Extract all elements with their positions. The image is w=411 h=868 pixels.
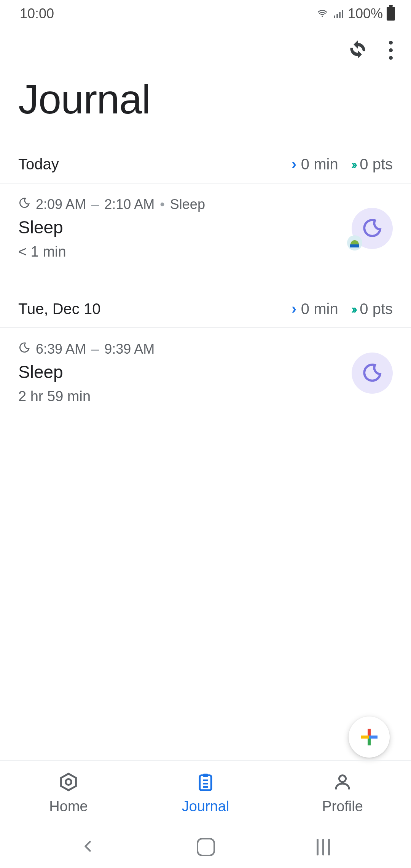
points-value: 0 pts xyxy=(360,156,393,173)
nav-home[interactable]: Home xyxy=(0,761,137,826)
plus-icon xyxy=(361,729,378,745)
entry-start-time: 2:09 AM xyxy=(36,196,86,212)
entry-time-row: 2:09 AM – 2:10 AM • Sleep xyxy=(18,196,205,212)
wifi-icon xyxy=(316,8,329,19)
entry-details: 6:39 AM – 9:39 AM Sleep 2 hr 59 min xyxy=(18,341,155,405)
svg-rect-3 xyxy=(339,12,341,18)
nav-label: Journal xyxy=(182,798,229,815)
svg-point-11 xyxy=(339,775,346,782)
day-header[interactable]: Today › 0 min ›› 0 pts xyxy=(0,146,411,183)
svg-rect-4 xyxy=(342,10,343,18)
nav-profile[interactable]: Profile xyxy=(274,761,411,826)
sync-icon[interactable] xyxy=(348,40,368,61)
double-chevron-icon: ›› xyxy=(351,157,355,172)
activity-badge xyxy=(352,208,393,249)
separator-dot: • xyxy=(160,196,165,212)
move-minutes-stat: › 0 min xyxy=(292,156,338,173)
entry-details: 2:09 AM – 2:10 AM • Sleep Sleep < 1 min xyxy=(18,196,205,260)
entry-duration: < 1 min xyxy=(18,244,205,260)
day-stats: › 0 min ›› 0 pts xyxy=(292,156,393,173)
entry-type: Sleep xyxy=(170,196,205,212)
more-options-icon[interactable] xyxy=(389,41,393,60)
system-nav xyxy=(0,826,411,868)
status-battery-text: 100% xyxy=(348,6,383,22)
minutes-value: 0 min xyxy=(301,156,338,173)
signal-icon xyxy=(333,8,344,19)
journal-entry[interactable]: 6:39 AM – 9:39 AM Sleep 2 hr 59 min xyxy=(0,328,411,421)
entry-title: Sleep xyxy=(18,217,205,238)
activity-badge xyxy=(352,353,393,394)
entry-end-time: 2:10 AM xyxy=(104,196,155,212)
day-label: Tue, Dec 10 xyxy=(18,300,100,318)
moon-small-icon xyxy=(18,341,30,357)
nav-label: Home xyxy=(49,798,88,815)
points-value: 0 pts xyxy=(360,300,393,318)
day-label: Today xyxy=(18,156,59,173)
nav-label: Profile xyxy=(322,798,363,815)
journal-entry[interactable]: 2:09 AM – 2:10 AM • Sleep Sleep < 1 min xyxy=(0,183,411,277)
svg-point-0 xyxy=(322,16,323,17)
svg-rect-7 xyxy=(203,774,208,777)
move-minutes-stat: › 0 min xyxy=(292,300,338,318)
minutes-value: 0 min xyxy=(301,300,338,318)
top-actions xyxy=(0,27,411,73)
entry-end-time: 9:39 AM xyxy=(104,341,155,357)
source-app-badge xyxy=(347,235,362,251)
heart-points-stat: ›› 0 pts xyxy=(351,156,393,173)
status-bar: 10:00 100% xyxy=(0,0,411,27)
entry-start-time: 6:39 AM xyxy=(36,341,86,357)
status-time: 10:00 xyxy=(20,6,54,22)
entry-time-row: 6:39 AM – 9:39 AM xyxy=(18,341,155,357)
system-back-button[interactable] xyxy=(81,837,95,857)
page-title: Journal xyxy=(0,73,411,146)
nav-journal[interactable]: Journal xyxy=(137,761,274,826)
system-recents-button[interactable] xyxy=(317,839,330,855)
entry-title: Sleep xyxy=(18,362,155,382)
moon-small-icon xyxy=(18,196,30,212)
bottom-nav: Home Journal Profile xyxy=(0,760,411,826)
system-home-button[interactable] xyxy=(197,838,215,856)
double-chevron-icon: ›› xyxy=(351,302,355,316)
svg-point-5 xyxy=(65,779,71,785)
day-stats: › 0 min ›› 0 pts xyxy=(292,300,393,318)
battery-icon xyxy=(387,7,395,21)
entry-duration: 2 hr 59 min xyxy=(18,388,155,405)
home-icon xyxy=(59,772,78,795)
dash: – xyxy=(91,196,99,212)
profile-icon xyxy=(333,772,352,795)
chevron-icon: › xyxy=(292,156,296,172)
heart-points-stat: ›› 0 pts xyxy=(351,300,393,318)
svg-rect-1 xyxy=(334,16,335,18)
status-right: 100% xyxy=(316,6,395,22)
journal-icon xyxy=(196,772,215,795)
svg-rect-2 xyxy=(336,14,338,18)
day-header[interactable]: Tue, Dec 10 › 0 min ›› 0 pts xyxy=(0,290,411,327)
chevron-icon: › xyxy=(292,301,296,317)
dash: – xyxy=(91,341,99,357)
add-activity-fab[interactable] xyxy=(349,716,390,758)
